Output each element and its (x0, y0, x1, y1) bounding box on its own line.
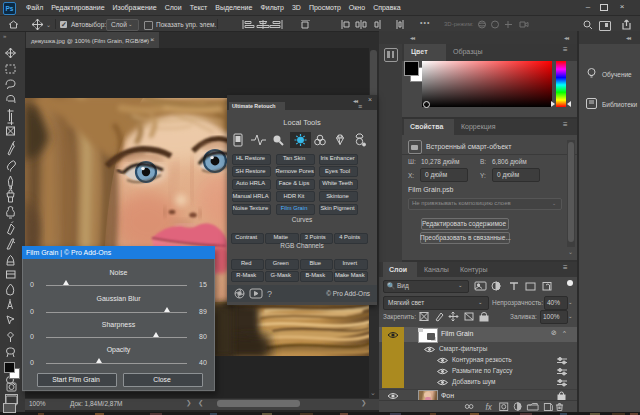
svg-text:fx: fx (485, 402, 492, 411)
